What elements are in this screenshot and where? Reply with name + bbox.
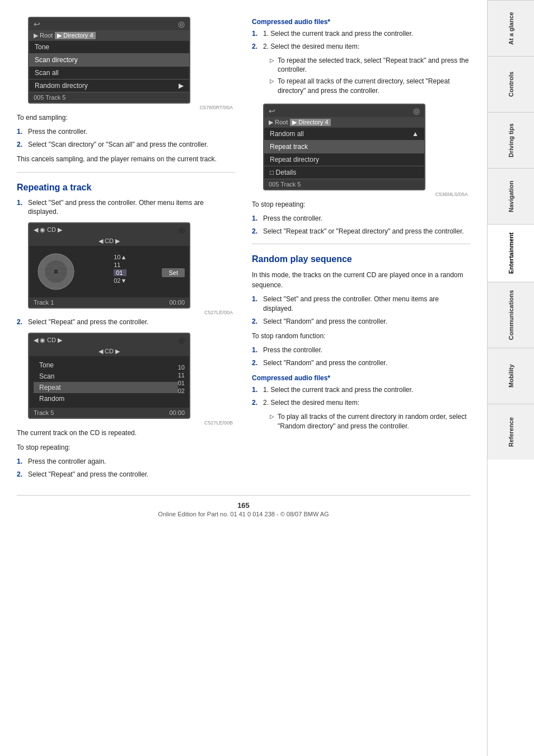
- step-num: 1.: [252, 214, 260, 223]
- step-text: Press the controller.: [263, 346, 322, 355]
- sampling-end-intro: To end sampling:: [17, 113, 235, 123]
- menu-random-all: Random all ▲: [264, 128, 424, 141]
- main-content: ↩ ◎ ▶ Root ▶ Directory 4 Tone Scan direc…: [0, 0, 487, 756]
- menu-random-directory: Random directory ▶: [29, 80, 189, 92]
- cd-disc-area: [34, 249, 78, 294]
- step-text: 1. Select the current track and press th…: [263, 29, 413, 39]
- bullet-random-dir: To play all tracks of the current direct…: [270, 412, 470, 431]
- step-num: 2.: [252, 358, 260, 368]
- track-label: 005 Track 5: [34, 94, 65, 101]
- left-column-top: ↩ ◎ ▶ Root ▶ Directory 4 Tone Scan direc…: [17, 11, 235, 484]
- compressed-bottom-step-1: 1. 1. Select the current track and press…: [252, 385, 470, 395]
- step-num: 1.: [17, 127, 25, 137]
- bullet-text: To repeat all tracks of the current dire…: [278, 77, 470, 96]
- page-number: 165: [17, 501, 470, 510]
- step-text: Select "Set" and press the controller. O…: [28, 198, 235, 217]
- step-num: 2.: [17, 470, 25, 479]
- sampling-end-steps: 1. Press the controller. 2. Select "Scan…: [17, 127, 235, 150]
- step-text: Press the controller again.: [28, 457, 106, 466]
- arrow-up-icon: ▲: [412, 130, 419, 138]
- breadcrumb-root-3: ▶ Root: [269, 119, 288, 126]
- screen-repeat-directory: ↩ ◎ ▶ Root ▶ Directory 4 Random all ▲ Re…: [263, 104, 425, 190]
- stop-random-heading: To stop random function:: [252, 331, 470, 341]
- step-1: 1. Press the controller.: [17, 127, 235, 137]
- cd-screen-repeat-menu: ◀ ◉ CD ▶ ◎ ◀ CD ▶ Tone Scan Repeat Rando…: [28, 333, 190, 419]
- breadcrumb-dir-3: ▶ Directory 4: [290, 119, 330, 126]
- stop-right-step-1: 1. Press the controller.: [252, 214, 470, 223]
- sidebar-tab-communications[interactable]: Communications: [488, 282, 534, 348]
- step-num: 2.: [252, 398, 260, 408]
- track-bar: 005 Track 5: [29, 92, 189, 102]
- step-text: Select "Repeat" and press the controller…: [28, 470, 148, 479]
- repeat-note2: To stop repeating:: [17, 442, 235, 452]
- cd-controls-2: ◀ ◉ CD ▶: [34, 337, 62, 344]
- cd-settings-icon: ◎: [179, 226, 185, 234]
- menu-details: □ Details: [264, 166, 424, 179]
- screen-image-label: C578/0RT/00A: [17, 105, 233, 110]
- compressed-heading-bottom: Compressed audio files*: [252, 374, 470, 382]
- bullet-text: To play all tracks of the current direct…: [278, 412, 470, 431]
- sidebar-tab-controls[interactable]: Controls: [488, 56, 534, 112]
- cd-controls: ◀ ◉ CD ▶: [34, 226, 62, 234]
- step-text: Select "Random" and press the controller…: [263, 317, 387, 326]
- breadcrumb-dir: ▶ Directory 4: [55, 32, 95, 39]
- random-step-2: 2. Select "Random" and press the control…: [252, 317, 470, 326]
- step-text: Press the controller.: [263, 214, 322, 223]
- bullet-repeat-dir: To repeat all tracks of the current dire…: [270, 77, 470, 96]
- compressed-steps-top: 1. 1. Select the current track and press…: [252, 29, 470, 52]
- menu-arrow-icon: ▶: [179, 82, 184, 90]
- sidebar-tab-navigation[interactable]: Navigation: [488, 168, 534, 224]
- sidebar-tab-reference[interactable]: Reference: [488, 404, 534, 460]
- sidebar-tab-driving-tips[interactable]: Driving tips: [488, 112, 534, 168]
- screen-label-cd1: C527LE/00A: [17, 310, 233, 315]
- breadcrumb-root: ▶ Root: [34, 32, 53, 39]
- sidebar-tab-mobility[interactable]: Mobility: [488, 348, 534, 404]
- sidebar-tab-entertainment[interactable]: Entertainment: [488, 224, 534, 282]
- cd-screen-set: ◀ ◉ CD ▶ ◎ ◀ CD ▶: [28, 222, 190, 309]
- random-steps: 1. Select "Set" and press the controller…: [252, 295, 470, 326]
- bullet-text: To repeat the selected track, select "Re…: [278, 56, 470, 75]
- step-text: Select "Repeat track" or "Repeat directo…: [263, 227, 464, 236]
- compressed-bottom-steps: 1. 1. Select the current track and press…: [252, 385, 470, 408]
- menu-scan-all: Scan all: [29, 67, 189, 80]
- cd-footer-2: Track 5 00:00: [29, 408, 189, 418]
- breadcrumb-bar: ▶ Root ▶ Directory 4: [29, 30, 189, 41]
- repeat-step2-list: 2. Select "Repeat" and press the control…: [17, 318, 235, 327]
- menu-random: Random: [34, 393, 178, 404]
- step-num: 2.: [252, 42, 260, 52]
- divider-right: [252, 244, 470, 244]
- step-num: 1.: [252, 385, 260, 395]
- track-time: 00:00: [169, 299, 185, 306]
- step-num: 1.: [252, 346, 260, 355]
- step-num: 2.: [252, 227, 260, 236]
- step-num: 2.: [17, 318, 25, 327]
- cd-settings-icon-2: ◎: [179, 336, 185, 344]
- step-text: 2. Select the desired menu item:: [263, 42, 359, 52]
- set-button: Set: [162, 268, 185, 277]
- stop-right-step-2: 2. Select "Repeat track" or "Repeat dire…: [252, 227, 470, 236]
- repeat-note1: The current track on the CD is repeated.: [17, 428, 235, 438]
- step-num: 1.: [17, 198, 25, 217]
- cd-sub-controls-2: ◀ CD ▶: [29, 347, 189, 356]
- right-column: Compressed audio files* 1. 1. Select the…: [252, 11, 470, 484]
- cd-track-numbers: 10▲ 11 01 02▼: [114, 249, 127, 294]
- step-text: Select "Set" and press the controller. O…: [263, 295, 470, 314]
- menu-repeat: Repeat: [34, 382, 178, 393]
- menu-scan-directory: Scan directory: [29, 54, 189, 67]
- screen-header-3: ↩ ◎: [264, 105, 424, 117]
- sidebar-tab-at-a-glance[interactable]: At a glance: [488, 0, 534, 56]
- step-num: 2.: [17, 140, 25, 150]
- track-label-3: 005 Track 5: [269, 181, 301, 188]
- step-text: 1. Select the current track and press th…: [263, 385, 413, 395]
- sampling-note: This cancels sampling, and the player re…: [17, 154, 235, 164]
- stop-repeating-label: To stop repeating:: [252, 199, 470, 209]
- footer-text: Online Edition for Part no. 01 41 0 014 …: [158, 511, 329, 517]
- step-2: 2. Select "Scan directory" or "Scan all"…: [17, 140, 235, 150]
- current-track-num: 01: [114, 269, 127, 276]
- menu-repeat-track: Repeat track: [264, 141, 424, 153]
- menu-tone: Tone: [34, 360, 178, 371]
- step-num: 1.: [17, 457, 25, 466]
- settings-icon-3: ◎: [413, 106, 420, 115]
- sidebar-tabs: At a glance Controls Driving tips Naviga…: [487, 0, 534, 756]
- cd-sub-controls: ◀ CD ▶: [29, 236, 189, 246]
